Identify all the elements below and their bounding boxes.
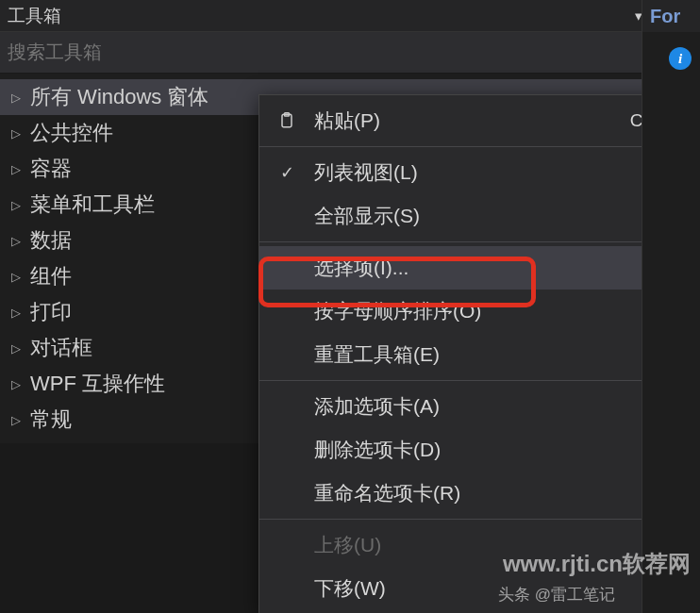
chevron-right-icon: ▷ — [11, 413, 30, 427]
menu-item-label: 删除选项卡(D) — [314, 437, 680, 463]
menu-item-label: 下移(W) — [314, 575, 680, 602]
menu-item-sort-alpha[interactable]: 按字母顺序排序(O) — [259, 290, 697, 333]
chevron-right-icon: ▷ — [11, 341, 30, 356]
menu-item-move-down[interactable]: 下移(W) — [259, 567, 697, 610]
menu-item-label: 重命名选项卡(R) — [314, 480, 680, 506]
tree-item-label: 容器 — [30, 155, 72, 183]
checkmark-icon: ✓ — [259, 162, 314, 183]
menu-item-label: 列表视图(L) — [314, 159, 680, 186]
menu-item-label: 全部显示(S) — [314, 203, 680, 229]
menu-item-add-tab[interactable]: 添加选项卡(A) — [259, 385, 697, 428]
tree-item-label: 常规 — [30, 406, 72, 434]
menu-item-reset-toolbox[interactable]: 重置工具箱(E) — [259, 333, 697, 376]
tree-item-label: 对话框 — [30, 334, 92, 362]
menu-item-label: 粘贴(P) — [314, 108, 630, 134]
chevron-right-icon: ▷ — [11, 162, 30, 176]
chevron-right-icon: ▷ — [11, 270, 30, 284]
tree-item-label: 数据 — [30, 226, 72, 255]
menu-item-rename-tab[interactable]: 重命名选项卡(R) — [259, 472, 697, 515]
tree-item-label: 公共控件 — [30, 119, 113, 147]
info-icon[interactable]: i — [669, 47, 692, 70]
menu-item-label: 重置工具箱(E) — [314, 341, 680, 368]
chevron-right-icon: ▷ — [11, 234, 30, 248]
menu-item-label: 添加选项卡(A) — [314, 393, 680, 420]
context-menu: 粘贴(P) Ctrl+V ✓ 列表视图(L) 全部显示(S) 选择项(I)...… — [258, 94, 698, 613]
tree-item-label: 组件 — [30, 262, 72, 290]
chevron-right-icon: ▷ — [11, 91, 30, 105]
search-bar: 🔍 ▾ — [0, 32, 700, 74]
menu-item-move-up: 上移(U) — [259, 523, 697, 567]
menu-item-paste[interactable]: 粘贴(P) Ctrl+V — [259, 99, 697, 142]
menu-separator — [259, 146, 697, 147]
chevron-right-icon: ▷ — [11, 377, 30, 391]
tree-item-label: 打印 — [30, 298, 72, 326]
menu-item-label: 选择项(I)... — [314, 255, 680, 281]
chevron-right-icon: ▷ — [11, 306, 30, 320]
tree-item-label: 所有 Windows 窗体 — [30, 83, 208, 111]
menu-separator — [259, 380, 697, 381]
menu-item-delete-tab[interactable]: 删除选项卡(D) — [259, 428, 697, 472]
tree-item-label: 菜单和工具栏 — [30, 191, 155, 219]
menu-item-label: 按字母顺序排序(O) — [314, 298, 680, 324]
chevron-right-icon: ▷ — [11, 198, 30, 212]
chevron-right-icon: ▷ — [11, 126, 30, 141]
menu-item-choose-items[interactable]: 选择项(I)... — [259, 246, 697, 290]
menu-separator — [259, 519, 697, 520]
search-input[interactable] — [8, 41, 645, 63]
menu-separator — [259, 241, 697, 242]
panel-title: 工具箱 — [8, 4, 61, 28]
right-panel: For i — [642, 0, 700, 613]
menu-item-list-view[interactable]: ✓ 列表视图(L) — [259, 151, 697, 194]
right-tab-for[interactable]: For — [642, 0, 700, 32]
panel-header: 工具箱 ▾ ⊓ ✕ — [0, 0, 700, 32]
paste-icon — [259, 110, 314, 131]
menu-item-label: 上移(U) — [314, 532, 680, 558]
tree-item-label: WPF 互操作性 — [30, 370, 165, 398]
menu-item-show-all[interactable]: 全部显示(S) — [259, 194, 697, 238]
